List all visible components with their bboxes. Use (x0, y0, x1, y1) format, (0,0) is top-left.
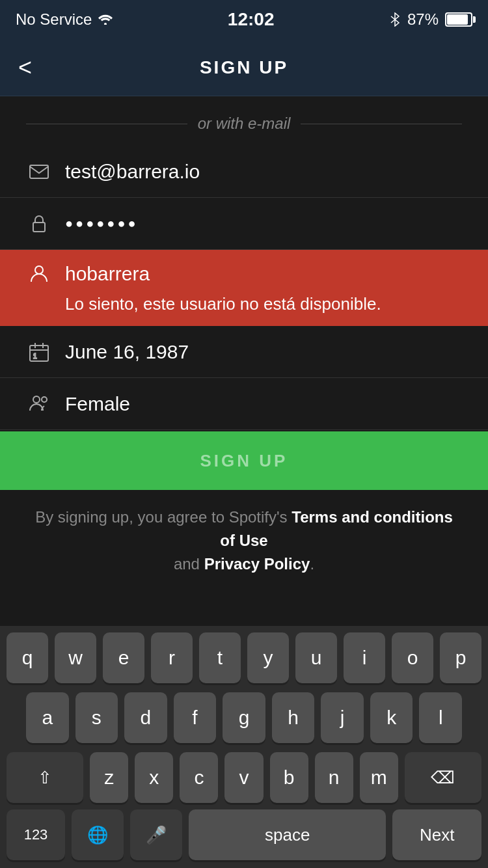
divider-text: or with e-mail (198, 115, 291, 133)
status-left: No Service (16, 10, 113, 29)
key-g[interactable]: g (223, 692, 265, 743)
key-m[interactable]: m (360, 752, 398, 803)
key-z[interactable]: z (90, 752, 128, 803)
key-q[interactable]: q (7, 632, 48, 683)
divider-line-left (26, 124, 187, 124)
page-title: SIGN UP (200, 57, 288, 78)
wifi-icon (98, 14, 113, 25)
keyboard-row-3: ⇧ z x c v b n m ⌫ (0, 746, 488, 806)
divider-line-right (301, 124, 462, 124)
status-right: 87% (389, 10, 472, 29)
birthdate-field-row: 1 June 16, 1987 (0, 326, 488, 378)
svg-text:1: 1 (33, 353, 37, 360)
bluetooth-icon (389, 12, 401, 27)
svg-line-1 (391, 16, 395, 20)
key-s[interactable]: s (75, 692, 118, 743)
email-icon (26, 161, 52, 182)
terms-row: By signing up, you agree to Spotify's Te… (0, 490, 488, 591)
svg-rect-4 (33, 223, 45, 232)
status-time: 12:02 (228, 9, 275, 30)
key-v[interactable]: v (224, 752, 263, 803)
keyboard-row-2: a s d f g h j k l (0, 686, 488, 746)
key-d[interactable]: d (124, 692, 167, 743)
key-e[interactable]: e (103, 632, 144, 683)
space-key[interactable]: space (189, 809, 386, 860)
key-t[interactable]: t (199, 632, 241, 683)
signup-button[interactable]: SIGN UP (0, 431, 488, 490)
form-area: or with e-mail test@barrera.io ●●●●●●● (0, 96, 488, 591)
keyboard-row-4: 123 🌐 🎤 space Next (0, 806, 488, 868)
envelope-icon (29, 161, 49, 182)
svg-rect-3 (30, 165, 48, 178)
battery-icon (445, 12, 472, 27)
gender-icon (26, 394, 52, 414)
shift-key[interactable]: ⇧ (7, 752, 83, 803)
key-a[interactable]: a (26, 692, 69, 743)
key-c[interactable]: c (180, 752, 218, 803)
people-icon (29, 394, 49, 414)
key-i[interactable]: i (344, 632, 385, 683)
padlock-icon (29, 213, 49, 234)
username-error-message: Lo siento, este usuario no está disponib… (26, 285, 462, 326)
key-h[interactable]: h (272, 692, 315, 743)
terms-text-3: . (310, 555, 314, 573)
key-l[interactable]: l (419, 692, 462, 743)
delete-key[interactable]: ⌫ (405, 752, 481, 803)
key-o[interactable]: o (392, 632, 433, 683)
key-w[interactable]: w (55, 632, 96, 683)
divider-row: or with e-mail (0, 96, 488, 146)
mic-key[interactable]: 🎤 (130, 809, 182, 860)
key-b[interactable]: b (270, 752, 308, 803)
username-input[interactable] (65, 263, 462, 285)
gender-field-row: Female (0, 378, 488, 430)
svg-point-0 (104, 23, 107, 25)
terms-text-1: By signing up, you agree to Spotify's (35, 508, 291, 526)
key-y[interactable]: y (247, 632, 289, 683)
svg-line-2 (391, 20, 395, 23)
battery-percent: 87% (407, 10, 439, 29)
svg-point-5 (35, 266, 43, 274)
terms-link-2[interactable]: Privacy Policy (204, 555, 310, 573)
key-j[interactable]: j (321, 692, 364, 743)
carrier-text: No Service (16, 10, 92, 29)
birthdate-value[interactable]: June 16, 1987 (65, 341, 462, 363)
username-field-row: Lo siento, este usuario no está disponib… (0, 250, 488, 326)
signup-button-label: SIGN UP (200, 451, 288, 471)
key-f[interactable]: f (174, 692, 217, 743)
password-value[interactable]: ●●●●●●● (65, 216, 462, 231)
key-x[interactable]: x (135, 752, 173, 803)
next-key[interactable]: Next (392, 809, 481, 860)
username-input-row (26, 260, 462, 285)
email-field-row: test@barrera.io (0, 146, 488, 198)
user-icon (26, 264, 52, 284)
person-icon (29, 264, 49, 284)
gender-value[interactable]: Female (65, 393, 462, 415)
svg-point-12 (42, 397, 47, 402)
keyboard: q w e r t y u i o p a s d f g h j k l ⇧ … (0, 626, 488, 868)
lock-icon (26, 213, 52, 234)
keyboard-row-1: q w e r t y u i o p (0, 626, 488, 686)
status-bar: No Service 12:02 87% (0, 0, 488, 39)
key-u[interactable]: u (295, 632, 337, 683)
password-field-row: ●●●●●●● (0, 198, 488, 250)
calendar-svg-icon: 1 (29, 342, 49, 362)
key-k[interactable]: k (370, 692, 413, 743)
nav-bar: < SIGN UP (0, 39, 488, 96)
key-n[interactable]: n (315, 752, 353, 803)
key-r[interactable]: r (151, 632, 193, 683)
numbers-key[interactable]: 123 (7, 809, 65, 860)
email-value[interactable]: test@barrera.io (65, 161, 462, 183)
key-p[interactable]: p (440, 632, 481, 683)
svg-point-11 (33, 396, 40, 403)
terms-text-2: and (174, 555, 204, 573)
calendar-icon: 1 (26, 342, 52, 362)
back-button[interactable]: < (18, 54, 32, 81)
globe-key[interactable]: 🌐 (72, 809, 124, 860)
